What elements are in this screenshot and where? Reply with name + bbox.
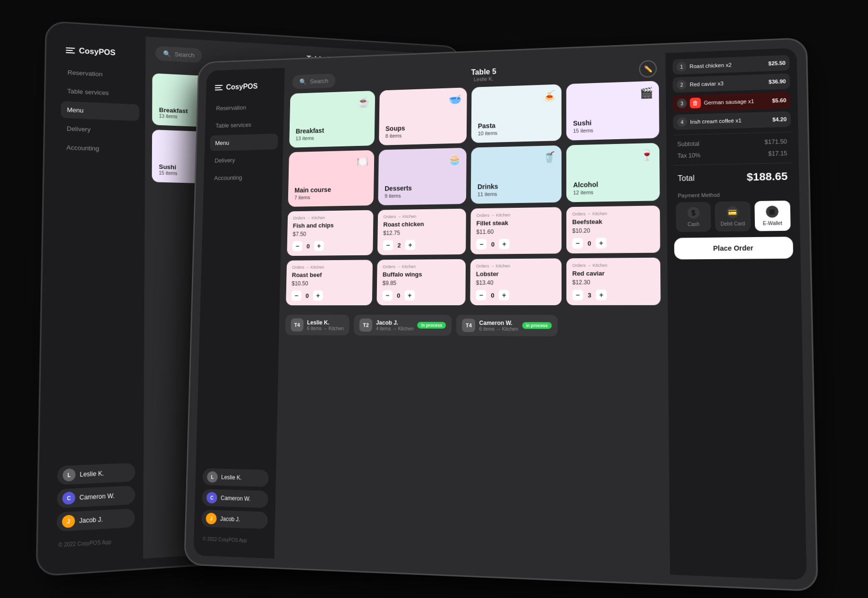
nav-reservation-back[interactable]: Reservation bbox=[61, 64, 140, 84]
user-cameron-back[interactable]: C Cameron W. bbox=[57, 486, 135, 508]
user-leslie-front[interactable]: L Leslie K. bbox=[202, 468, 269, 487]
user-jacob-back[interactable]: J Jacob J. bbox=[57, 508, 135, 531]
ewallet-icon: ⊞ bbox=[766, 206, 778, 218]
qty-plus-7[interactable]: + bbox=[596, 289, 607, 300]
nav-delivery-back[interactable]: Delivery bbox=[60, 120, 139, 140]
qty-control-7: − 3 + bbox=[572, 289, 655, 300]
nav-menu-back[interactable]: Menu bbox=[61, 101, 140, 121]
qty-minus-3[interactable]: − bbox=[572, 238, 583, 249]
table-chip-jacob[interactable]: T2 Jacob J. 4 items → Kitchen in process bbox=[354, 315, 452, 336]
qty-control-6: − 0 + bbox=[476, 290, 555, 300]
qty-minus-4[interactable]: − bbox=[292, 290, 302, 300]
qty-val-3: 0 bbox=[586, 239, 593, 247]
place-order-button[interactable]: Place Order bbox=[674, 237, 793, 259]
user-leslie-back[interactable]: L Leslie K. bbox=[57, 463, 135, 485]
nav-table-services-front[interactable]: Table services bbox=[210, 116, 278, 134]
order-label-1: Orders → Kitchen bbox=[383, 214, 460, 219]
t-name-jacob: Jacob J. bbox=[376, 319, 414, 326]
app-name-back: CosyPOS bbox=[79, 47, 116, 57]
edit-btn-front[interactable]: ✏️ bbox=[639, 60, 657, 78]
orders-grid: Orders → Kitchen Fish and chips $7.50 − … bbox=[280, 205, 668, 310]
menu-card-breakfast[interactable]: ☕ Breakfast 13 items bbox=[289, 91, 375, 148]
order-label-4: Orders → Kitchen bbox=[292, 264, 367, 270]
menu-card-alcohol[interactable]: 🍷 Alcohol 12 items bbox=[566, 143, 660, 203]
sushi-card-name: Sushi bbox=[573, 117, 652, 127]
menu-card-soups[interactable]: 🥣 Soups 8 items bbox=[379, 87, 467, 145]
subtotal-label: Subtotal bbox=[677, 141, 699, 148]
payment-cash[interactable]: $ Cash bbox=[676, 202, 711, 232]
search-icon-back: 🔍 bbox=[163, 50, 171, 57]
menu-card-drinks[interactable]: 🥤 Drinks 11 items bbox=[471, 145, 562, 204]
desserts-card-count: 9 items bbox=[385, 192, 460, 199]
qty-control-1: − 2 + bbox=[383, 239, 460, 251]
table-chip-cameron[interactable]: T4 Cameron W. 6 items → Kitchen in proce… bbox=[457, 315, 558, 336]
qty-minus-7[interactable]: − bbox=[572, 290, 583, 300]
order-label-0: Orders → Kitchen bbox=[293, 215, 368, 220]
payment-methods: $ Cash 💳 Debit Card ⊞ E-Wallet bbox=[674, 201, 793, 232]
nav-menu-front[interactable]: Menu bbox=[210, 133, 278, 151]
logo-icon-front bbox=[215, 85, 223, 91]
drinks-icon: 🥤 bbox=[543, 151, 556, 164]
order-item-name-1: Roast chicken x2 bbox=[690, 61, 765, 70]
payment-ewallet[interactable]: ⊞ E-Wallet bbox=[754, 201, 791, 231]
order-name-7: Red caviar bbox=[572, 269, 654, 277]
qty-minus-2[interactable]: − bbox=[476, 239, 487, 250]
order-beefsteak: Orders → Kitchen Beefsteak $10.20 − 0 + bbox=[566, 205, 660, 253]
menu-card-desserts[interactable]: 🧁 Desserts 9 items bbox=[378, 148, 466, 205]
table-chip-leslie[interactable]: T4 Leslie K. 6 items → Kitchen bbox=[285, 315, 350, 335]
qty-plus-3[interactable]: + bbox=[596, 238, 607, 248]
qty-plus-2[interactable]: + bbox=[499, 239, 509, 249]
app-name-front: CosyPOS bbox=[226, 82, 258, 91]
summary-subtotal: Subtotal $171.50 bbox=[673, 137, 791, 149]
menu-card-main[interactable]: 🍽️ Main course 7 items bbox=[288, 150, 374, 207]
nav-accounting-back[interactable]: Accounting bbox=[60, 139, 139, 158]
user-name-leslie-front: Leslie K. bbox=[221, 474, 242, 481]
nav-table-services-back[interactable]: Table services bbox=[61, 83, 140, 103]
order-price-4: $10.50 bbox=[292, 280, 367, 287]
t-info-jacob: Jacob J. 4 items → Kitchen bbox=[376, 319, 414, 331]
t-name-leslie: Leslie K. bbox=[307, 319, 344, 326]
order-label-7: Orders → Kitchen bbox=[572, 263, 654, 268]
alcohol-icon: 🍷 bbox=[640, 149, 654, 162]
main-front: 🔍 Search Table 5 Leslie K. ✏️ ☕ bbox=[274, 48, 807, 580]
qty-val-7: 3 bbox=[586, 291, 593, 299]
avatar-cameron-back: C bbox=[62, 491, 75, 505]
qty-minus-1[interactable]: − bbox=[383, 240, 393, 251]
qty-minus-6[interactable]: − bbox=[476, 290, 486, 300]
qty-minus-5[interactable]: − bbox=[382, 290, 392, 301]
qty-plus-5[interactable]: + bbox=[404, 290, 415, 301]
qty-plus-1[interactable]: + bbox=[405, 240, 415, 251]
menu-card-pasta[interactable]: 🍝 Pasta 10 items bbox=[471, 84, 562, 143]
sushi-icon: 🎬 bbox=[640, 87, 653, 100]
nav-reservation-front[interactable]: Reservation bbox=[211, 98, 279, 116]
nav-accounting-front[interactable]: Accounting bbox=[209, 169, 277, 186]
bottom-bar: T4 Leslie K. 6 items → Kitchen T2 Jacob … bbox=[279, 310, 668, 342]
qty-plus-0[interactable]: + bbox=[314, 241, 324, 251]
soups-icon: 🥣 bbox=[449, 93, 461, 106]
ewallet-label: E-Wallet bbox=[763, 220, 783, 226]
payment-debit[interactable]: 💳 Debit Card bbox=[715, 201, 751, 231]
search-bar-back[interactable]: 🔍 Search bbox=[155, 46, 202, 62]
total-label: Total bbox=[678, 174, 695, 183]
delete-btn-3[interactable]: 🗑 bbox=[690, 97, 701, 108]
qty-control-5: − 0 + bbox=[382, 290, 460, 300]
user-cameron-front[interactable]: C Cameron W. bbox=[202, 489, 269, 508]
user-name-leslie-back: Leslie K. bbox=[80, 470, 104, 478]
scene: CosyPOS Reservation Table services Menu … bbox=[50, 16, 818, 582]
qty-control-0: − 0 + bbox=[293, 240, 368, 251]
menu-card-sushi[interactable]: 🎬 Sushi 15 items bbox=[566, 81, 659, 140]
t-badge-jacob: T2 bbox=[359, 319, 372, 332]
order-item-price-1: $25.50 bbox=[768, 60, 786, 66]
user-jacob-front[interactable]: J Jacob J. bbox=[201, 510, 268, 529]
t-info-cameron: Cameron W. 6 items → Kitchen bbox=[479, 319, 518, 331]
search-bar-front[interactable]: 🔍 Search bbox=[292, 73, 335, 89]
order-label-2: Orders → Kitchen bbox=[476, 212, 555, 218]
order-fillet-steak: Orders → Kitchen Fillet steak $11.60 − 0… bbox=[470, 207, 562, 254]
order-lobster: Orders → Kitchen Lobster $13.40 − 0 + bbox=[470, 258, 562, 305]
qty-plus-6[interactable]: + bbox=[499, 290, 509, 300]
divider-1 bbox=[673, 132, 791, 135]
nav-delivery-front[interactable]: Delivery bbox=[209, 151, 278, 168]
sidebar-back: CosyPOS Reservation Table services Menu … bbox=[47, 31, 146, 565]
qty-minus-0[interactable]: − bbox=[293, 241, 303, 251]
qty-plus-4[interactable]: + bbox=[313, 290, 323, 300]
